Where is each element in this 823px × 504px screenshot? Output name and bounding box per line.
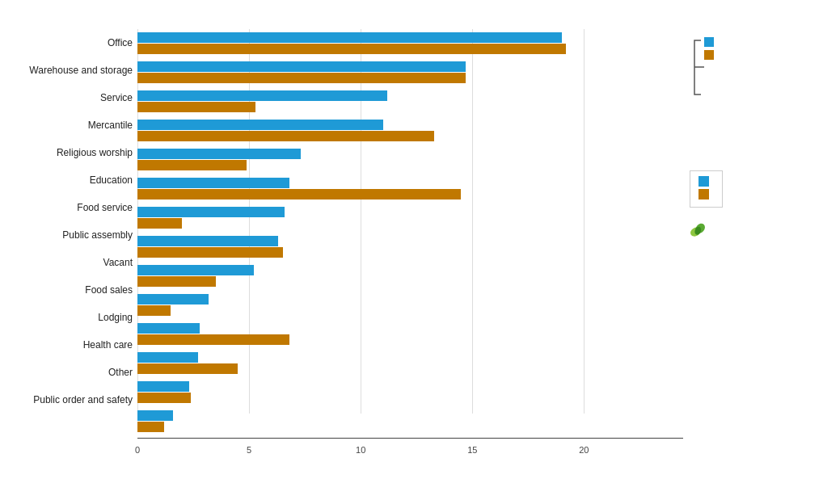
bar-row-floorspace-4 [137,160,683,170]
bar-floorspace-9 [137,305,171,316]
legend-swatch-orange [698,189,709,200]
bar-buildings-2 [137,90,387,101]
bar-row-floorspace-12 [137,393,683,403]
bar-buildings-10 [137,323,200,334]
bar-buildings-13 [137,410,173,421]
chart-area: OfficeWarehouse and storageServiceMercan… [20,29,796,468]
bar-floorspace-7 [137,247,283,258]
bar-group-3 [137,116,683,144]
bracket-labels [704,37,717,60]
eia-logo [690,219,711,237]
y-label-11: Health care [20,331,137,359]
bracket-label-buildings [704,37,717,47]
y-label-10: Lodging [20,304,137,331]
x-axis-ticks: 05101520 [137,440,606,463]
legend [690,170,723,208]
bar-buildings-4 [137,149,301,159]
bar-buildings-11 [137,352,198,363]
bar-floorspace-13 [137,422,164,432]
x-axis-line [137,438,683,439]
bar-buildings-9 [137,294,209,304]
bar-floorspace-4 [137,160,247,170]
bar-group-10 [137,320,683,347]
chart-container: OfficeWarehouse and storageServiceMercan… [8,8,808,476]
bar-row-floorspace-8 [137,276,683,287]
bracket-label-floorspace [704,50,717,60]
y-axis-labels: OfficeWarehouse and storageServiceMercan… [20,29,137,414]
bar-buildings-5 [137,178,289,188]
bars-wrapper [137,29,683,436]
bar-row-floorspace-6 [137,218,683,229]
bar-group-4 [137,145,683,173]
bar-buildings-3 [137,120,383,130]
bar-floorspace-0 [137,44,566,54]
legend-item-floorspace [698,189,714,200]
bar-row-buildings-1 [137,61,683,72]
bar-group-6 [137,204,683,231]
bar-row-floorspace-11 [137,363,683,374]
bar-floorspace-3 [137,131,434,141]
y-label-6: Food service [20,194,137,221]
bar-row-buildings-9 [137,294,683,304]
bracket-area [690,37,717,98]
eia-leaf-icon [690,219,707,237]
y-label-4: Religious worship [20,139,137,166]
bar-buildings-8 [137,265,254,275]
bar-row-floorspace-5 [137,189,683,200]
bar-floorspace-1 [137,73,466,83]
bar-row-floorspace-7 [137,247,683,258]
bar-buildings-6 [137,207,285,217]
bar-buildings-7 [137,236,278,246]
bar-buildings-12 [137,381,189,392]
bar-row-buildings-5 [137,178,683,188]
x-tick-15: 15 [467,445,477,455]
bar-group-9 [137,291,683,318]
legend-swatch-blue [698,176,709,187]
bar-row-floorspace-13 [137,422,683,432]
right-panel [683,29,796,237]
legend-item-buildings [698,176,714,187]
bar-row-floorspace-1 [137,73,683,83]
x-tick-0: 0 [135,445,140,455]
bar-group-12 [137,378,683,405]
bar-group-5 [137,174,683,202]
bar-group-1 [137,58,683,86]
y-label-0: Office [20,29,137,57]
y-label-1: Warehouse and storage [20,57,137,84]
bar-row-buildings-10 [137,323,683,334]
bar-group-13 [137,407,683,435]
bracket-swatch-orange [704,50,714,60]
y-label-9: Food sales [20,276,137,304]
bar-group-7 [137,233,683,260]
x-tick-5: 5 [247,445,251,455]
bar-row-floorspace-10 [137,334,683,345]
y-label-7: Public assembly [20,221,137,249]
bar-row-buildings-12 [137,381,683,392]
bar-row-floorspace-2 [137,102,683,112]
y-label-3: Mercantile [20,111,137,139]
bar-floorspace-5 [137,189,461,200]
bar-buildings-0 [137,32,562,43]
bar-row-floorspace-9 [137,305,683,316]
y-label-2: Service [20,84,137,111]
bar-row-buildings-13 [137,410,683,421]
bar-row-buildings-8 [137,265,683,275]
bar-floorspace-2 [137,102,255,112]
bars-section: 05101520 [137,29,683,468]
bar-row-floorspace-0 [137,44,683,54]
bar-buildings-1 [137,61,466,72]
bar-row-buildings-11 [137,352,683,363]
bar-group-11 [137,349,683,376]
bar-row-floorspace-3 [137,131,683,141]
bar-row-buildings-4 [137,149,683,159]
bar-floorspace-10 [137,334,289,345]
y-label-5: Education [20,166,137,194]
bar-group-8 [137,262,683,289]
bracket-swatch-blue [704,37,714,47]
x-tick-10: 10 [356,445,365,455]
bar-floorspace-12 [137,393,191,403]
bar-groups [137,29,683,435]
bar-row-buildings-2 [137,90,683,101]
bar-floorspace-11 [137,363,238,374]
y-label-12: Other [20,359,137,386]
